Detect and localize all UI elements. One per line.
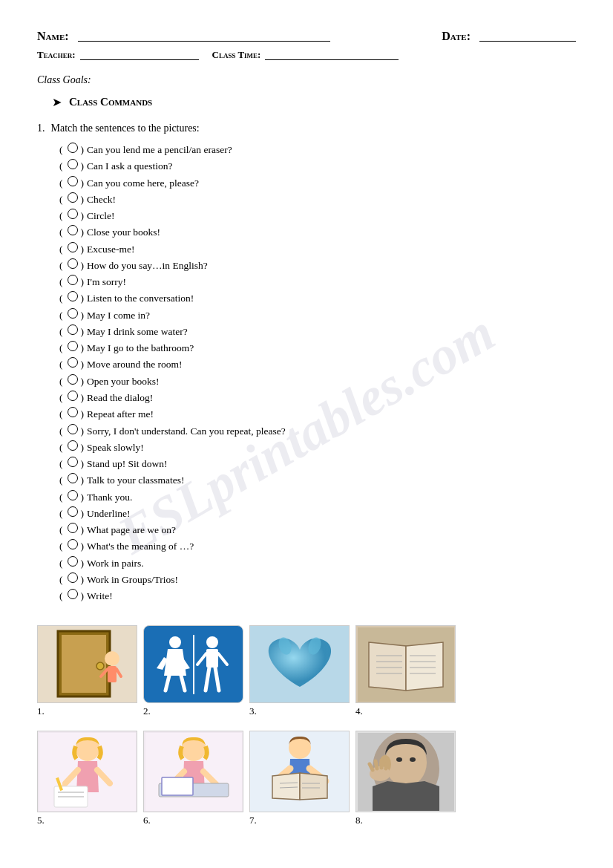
list-item: ( ) Can you come here, please? xyxy=(59,175,576,192)
circle-checkbox[interactable] xyxy=(68,589,78,599)
sentence-text: Check! xyxy=(87,192,116,208)
sentence-text: What's the meaning of …? xyxy=(87,538,194,555)
list-item: ( ) What's the meaning of …? xyxy=(59,538,576,555)
svg-line-16 xyxy=(218,653,227,665)
circle-checkbox[interactable] xyxy=(68,490,78,500)
svg-line-14 xyxy=(215,668,219,691)
arrow-bullet-icon: ➤ xyxy=(52,95,62,109)
circle-checkbox[interactable] xyxy=(68,176,78,186)
circle-checkbox[interactable] xyxy=(68,192,78,203)
question-header: 1. Match the sentences to the pictures: xyxy=(37,123,576,134)
circle-checkbox[interactable] xyxy=(68,556,78,567)
classtime-label: Class Time: xyxy=(212,49,261,61)
list-item: ( ) Talk to your classmates! xyxy=(59,472,576,489)
svg-point-7 xyxy=(169,636,181,648)
circle-checkbox[interactable] xyxy=(68,291,78,301)
svg-point-62 xyxy=(410,757,416,762)
circle-checkbox[interactable] xyxy=(68,440,78,451)
circle-checkbox[interactable] xyxy=(68,407,78,417)
sentence-text: Sorry, I don't understand. Can you repea… xyxy=(87,423,286,440)
image-box-5 xyxy=(37,731,137,812)
image-num-4: 4. xyxy=(355,705,363,717)
list-item: ( ) Listen to the conversation! xyxy=(59,290,576,307)
svg-rect-12 xyxy=(206,649,218,668)
image-item-4: 4. xyxy=(355,625,456,717)
sentence-text: Stand up! Sit down! xyxy=(87,456,167,472)
sentence-text: May I come in? xyxy=(87,307,150,324)
circle-checkbox[interactable] xyxy=(68,357,78,368)
teacher-label: Teacher: xyxy=(37,49,76,61)
circle-checkbox[interactable] xyxy=(68,341,78,351)
circle-checkbox[interactable] xyxy=(68,506,78,517)
image-row-2: 5. xyxy=(37,731,576,826)
circle-checkbox[interactable] xyxy=(68,242,78,252)
image-box-1 xyxy=(37,625,137,703)
goal-title: Class Commands xyxy=(69,96,152,108)
circle-checkbox[interactable] xyxy=(68,275,78,285)
svg-line-58 xyxy=(376,761,377,769)
circle-checkbox[interactable] xyxy=(68,225,78,235)
svg-point-61 xyxy=(396,757,402,762)
image-row-1: 1. xyxy=(37,625,576,717)
list-item: ( ) How do you say…in English? xyxy=(59,258,576,274)
list-item: ( ) Open your books! xyxy=(59,373,576,390)
question-number: 1. xyxy=(37,123,45,134)
sentence-text: Work in Groups/Trios! xyxy=(87,572,178,588)
sentence-text: Excuse-me! xyxy=(87,241,134,258)
image-item-3: 3. xyxy=(249,625,350,717)
sentence-text: Close your books! xyxy=(87,224,160,241)
sentence-text: Thank you. xyxy=(87,489,133,506)
circle-checkbox[interactable] xyxy=(68,457,78,467)
image-box-2 xyxy=(143,625,243,703)
circle-checkbox[interactable] xyxy=(68,391,78,401)
circle-checkbox[interactable] xyxy=(68,159,78,169)
list-item: ( ) Close your books! xyxy=(59,224,576,241)
image-num-8: 8. xyxy=(355,815,363,826)
sentence-text: Can you come here, please? xyxy=(87,175,199,192)
circle-checkbox[interactable] xyxy=(68,523,78,533)
classtime-line xyxy=(265,50,399,60)
image-box-4 xyxy=(355,625,456,703)
circle-checkbox[interactable] xyxy=(68,143,78,153)
svg-line-60 xyxy=(386,761,387,769)
list-item: ( ) What page are we on? xyxy=(59,522,576,538)
list-item: ( ) Speak slowly! xyxy=(59,440,576,456)
name-label: Name: xyxy=(37,30,69,43)
list-item: ( ) Read the dialog! xyxy=(59,390,576,406)
list-item: ( ) Can I ask a question? xyxy=(59,158,576,174)
list-item: ( ) Move around the room! xyxy=(59,356,576,373)
list-item: ( ) Check! xyxy=(59,192,576,208)
svg-line-9 xyxy=(181,676,185,691)
question-instruction: Match the sentences to the pictures: xyxy=(51,123,200,134)
sentence-text: Circle! xyxy=(87,208,114,224)
circle-checkbox[interactable] xyxy=(68,374,78,385)
circle-checkbox[interactable] xyxy=(68,473,78,483)
list-item: ( ) Excuse-me! xyxy=(59,241,576,258)
sentence-text: Can I ask a question? xyxy=(87,158,172,174)
date-line xyxy=(479,31,576,42)
image-item-8: 8. xyxy=(355,731,456,826)
sentence-text: Talk to your classmates! xyxy=(87,472,184,489)
circle-checkbox[interactable] xyxy=(68,308,78,319)
list-item: ( ) Sorry, I don't understand. Can you r… xyxy=(59,423,576,440)
circle-checkbox[interactable] xyxy=(68,424,78,434)
circle-checkbox[interactable] xyxy=(68,572,78,583)
list-item: ( ) Work in Groups/Trios! xyxy=(59,572,576,588)
image-item-6: 6. xyxy=(143,731,243,826)
image-box-6 xyxy=(143,731,243,812)
list-item: ( ) May I go to the bathroom? xyxy=(59,340,576,356)
goal-item: ➤ Class Commands xyxy=(52,95,576,109)
circle-checkbox[interactable] xyxy=(68,324,78,335)
sentence-text: I'm sorry! xyxy=(87,274,126,290)
sentence-text: Write! xyxy=(87,588,113,604)
circle-checkbox[interactable] xyxy=(68,258,78,269)
list-item: ( ) Work in pairs. xyxy=(59,555,576,572)
class-goals-label: Class Goals: xyxy=(37,74,576,86)
sentence-text: May I drink some water? xyxy=(87,324,188,340)
sentence-text: Can you lend me a pencil/an eraser? xyxy=(87,142,232,158)
circle-checkbox[interactable] xyxy=(68,539,78,549)
list-item: ( ) Repeat after me! xyxy=(59,406,576,422)
image-num-1: 1. xyxy=(37,705,45,717)
circle-checkbox[interactable] xyxy=(68,209,78,219)
sentence-text: Speak slowly! xyxy=(87,440,144,456)
